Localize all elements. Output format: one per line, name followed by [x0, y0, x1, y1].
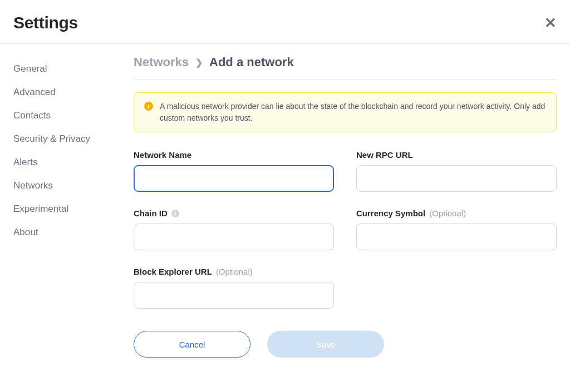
- field-currency-symbol: Currency Symbol (Optional): [356, 209, 557, 250]
- form-actions: Cancel Save: [134, 331, 557, 358]
- chain-id-input[interactable]: [134, 224, 334, 250]
- chain-id-label-text: Chain ID: [134, 209, 168, 218]
- sidebar-item-contacts[interactable]: Contacts: [13, 104, 122, 127]
- rpc-url-label: New RPC URL: [356, 150, 557, 160]
- block-explorer-optional: (Optional): [216, 267, 253, 276]
- field-network-name: Network Name: [134, 150, 334, 192]
- network-name-label: Network Name: [134, 150, 334, 160]
- breadcrumb: Networks ❯ Add a network: [134, 55, 557, 80]
- warning-text: A malicious network provider can lie abo…: [160, 101, 546, 124]
- header: Settings ✕: [0, 0, 570, 44]
- rpc-url-input[interactable]: [356, 165, 557, 192]
- info-icon[interactable]: i: [171, 210, 179, 217]
- sidebar-item-experimental[interactable]: Experimental: [13, 197, 122, 221]
- sidebar-item-general[interactable]: General: [13, 57, 122, 81]
- save-button[interactable]: Save: [267, 331, 384, 358]
- network-name-input[interactable]: [134, 165, 334, 192]
- page-title: Settings: [13, 13, 78, 32]
- currency-symbol-input[interactable]: [356, 224, 557, 250]
- cancel-button[interactable]: Cancel: [134, 331, 250, 358]
- warning-banner: i A malicious network provider can lie a…: [134, 92, 557, 132]
- layout: General Advanced Contacts Security & Pri…: [0, 44, 570, 391]
- currency-symbol-label-text: Currency Symbol: [356, 209, 425, 218]
- field-block-explorer: Block Explorer URL (Optional): [134, 267, 334, 309]
- sidebar-item-about[interactable]: About: [13, 221, 122, 244]
- chevron-right-icon: ❯: [195, 57, 203, 68]
- breadcrumb-parent[interactable]: Networks: [134, 55, 189, 70]
- block-explorer-label-text: Block Explorer URL: [134, 267, 212, 276]
- close-icon[interactable]: ✕: [544, 16, 557, 30]
- info-icon: i: [144, 102, 153, 111]
- breadcrumb-current: Add a network: [209, 55, 294, 70]
- field-chain-id: Chain ID i: [134, 209, 334, 250]
- main: Networks ❯ Add a network i A malicious n…: [122, 44, 570, 391]
- sidebar-item-advanced[interactable]: Advanced: [13, 81, 122, 104]
- chain-id-label: Chain ID i: [134, 209, 334, 218]
- sidebar-item-networks[interactable]: Networks: [13, 174, 122, 197]
- sidebar: General Advanced Contacts Security & Pri…: [0, 44, 122, 391]
- block-explorer-input[interactable]: [134, 282, 334, 309]
- sidebar-item-security-privacy[interactable]: Security & Privacy: [13, 127, 122, 151]
- currency-symbol-label: Currency Symbol (Optional): [356, 209, 557, 218]
- block-explorer-label: Block Explorer URL (Optional): [134, 267, 334, 276]
- network-form: Network Name New RPC URL Chain ID i Curr…: [134, 150, 557, 309]
- field-rpc-url: New RPC URL: [356, 150, 557, 192]
- sidebar-item-alerts[interactable]: Alerts: [13, 151, 122, 174]
- currency-symbol-optional: (Optional): [429, 209, 466, 218]
